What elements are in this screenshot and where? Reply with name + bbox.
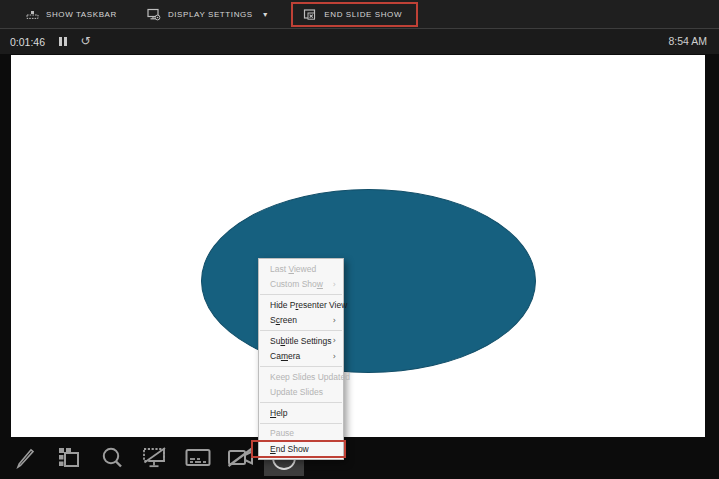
menu-separator <box>260 366 342 367</box>
ellipse-shape <box>201 189 536 373</box>
taskbar-icon <box>26 8 39 20</box>
menu-item-label: Camera <box>270 351 300 361</box>
end-slide-show-button[interactable]: END SLIDE SHOW <box>291 2 418 27</box>
submenu-arrow-icon: › <box>333 352 336 361</box>
menu-item-camera[interactable]: Camera› <box>259 349 343 365</box>
menu-separator <box>260 294 342 295</box>
menu-item-label: Update Slides <box>270 387 323 397</box>
menu-separator <box>260 402 342 403</box>
end-slide-show-label: END SLIDE SHOW <box>324 10 402 19</box>
see-all-slides-icon[interactable] <box>49 440 89 476</box>
context-menu: Last ViewedCustom Show›Hide Presenter Vi… <box>258 258 344 460</box>
menu-item-hide-presenter-view[interactable]: Hide Presenter View <box>259 297 343 313</box>
menu-item-subtitle-settings[interactable]: Subtitle Settings› <box>259 333 343 349</box>
menu-item-keep-slides-updated: Keep Slides Updated <box>259 369 343 385</box>
presenter-status-bar: 0:01:46 ↺ 8:54 AM <box>0 28 719 54</box>
display-settings-icon <box>147 8 161 21</box>
menu-item-label: Help <box>270 408 287 418</box>
menu-item-help[interactable]: Help <box>259 405 343 421</box>
show-taskbar-label: SHOW TASKBAR <box>46 10 117 19</box>
menu-item-last-viewed: Last Viewed <box>259 261 343 277</box>
menu-item-pause: Pause <box>259 426 343 442</box>
menu-item-label: Screen <box>270 315 297 325</box>
menu-separator <box>260 423 342 424</box>
menu-item-screen[interactable]: Screen› <box>259 313 343 329</box>
menu-separator <box>260 330 342 331</box>
restart-timer-icon[interactable]: ↺ <box>81 35 91 47</box>
menu-item-label: End Show <box>270 444 309 454</box>
pen-icon[interactable] <box>6 440 46 476</box>
display-settings-label: DISPLAY SETTINGS <box>168 10 253 19</box>
menu-item-label: Hide Presenter View <box>270 300 347 310</box>
menu-item-label: Subtitle Settings <box>270 336 331 346</box>
presenter-toolbar <box>0 437 719 479</box>
current-time: 8:54 AM <box>668 35 707 47</box>
chevron-down-icon: ▼ <box>262 11 270 18</box>
show-taskbar-button[interactable]: SHOW TASKBAR <box>18 2 125 26</box>
menu-item-custom-show: Custom Show› <box>259 277 343 293</box>
menu-item-update-slides: Update Slides <box>259 385 343 401</box>
presentation-timer: 0:01:46 <box>10 36 45 48</box>
zoom-icon[interactable] <box>92 440 132 476</box>
display-settings-button[interactable]: DISPLAY SETTINGS ▼ <box>139 2 277 26</box>
menu-item-label: Pause <box>270 428 294 438</box>
presenter-top-bar: SHOW TASKBAR DISPLAY SETTINGS ▼ END SLID… <box>0 0 719 28</box>
menu-item-label: Last Viewed <box>270 264 316 274</box>
menu-item-label: Custom Show <box>270 279 323 289</box>
submenu-arrow-icon: › <box>333 280 336 289</box>
menu-item-end-show[interactable]: End Show <box>259 441 343 457</box>
slide-canvas[interactable] <box>11 55 705 437</box>
end-slideshow-icon <box>303 8 317 21</box>
black-screen-icon[interactable] <box>135 440 175 476</box>
subtitles-icon[interactable] <box>178 440 218 476</box>
submenu-arrow-icon: › <box>333 336 336 345</box>
submenu-arrow-icon: › <box>333 316 336 325</box>
menu-item-label: Keep Slides Updated <box>270 372 350 382</box>
pause-icon[interactable] <box>59 37 67 46</box>
camera-off-icon[interactable] <box>221 440 261 476</box>
